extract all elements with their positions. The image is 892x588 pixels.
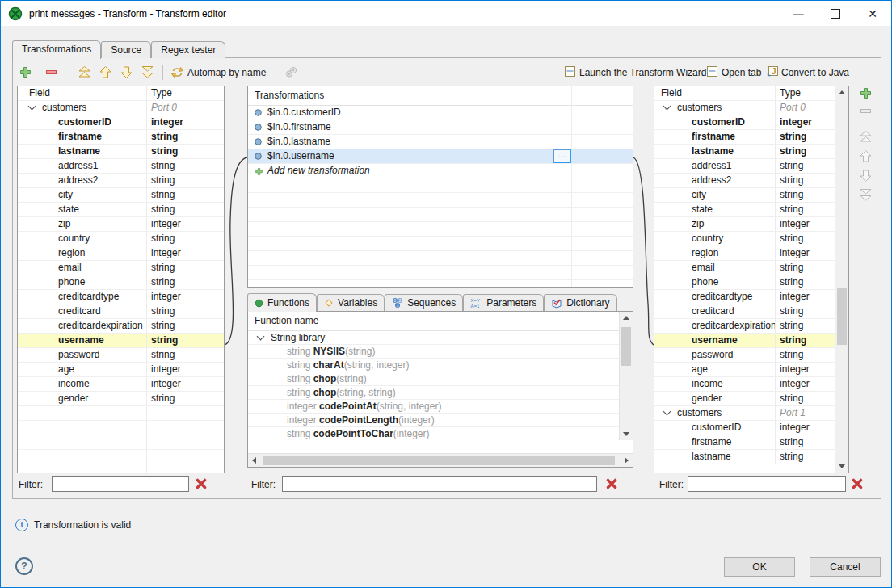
functions-filter-input[interactable] [282, 476, 597, 492]
scroll-down-arrow[interactable] [835, 460, 848, 472]
move-field-down-icon[interactable] [859, 169, 873, 183]
chevron-down-icon[interactable] [257, 333, 265, 341]
field-row[interactable]: creditcardtypeinteger [18, 290, 224, 304]
field-row[interactable]: customerIDinteger [18, 116, 224, 130]
tab-sequences[interactable]: 023 Sequences [385, 294, 463, 311]
field-row[interactable]: regioninteger [18, 246, 224, 261]
left-filter-input[interactable] [52, 476, 189, 492]
field-row[interactable]: countrystring [654, 232, 836, 246]
output-vertical-scrollbar[interactable] [835, 86, 848, 472]
field-row[interactable]: creditcardstring [654, 304, 836, 319]
field-row[interactable]: statestring [654, 203, 836, 217]
add-field-mapping-icon[interactable] [19, 65, 32, 79]
remove-output-field-icon[interactable] [859, 104, 873, 118]
transformation-row[interactable]: $in.0.lastname [248, 135, 633, 149]
functions-clear-filter-icon[interactable] [605, 477, 618, 490]
function-row[interactable]: integer codePointLength(integer) [248, 414, 620, 427]
automap-by-name-button[interactable]: Automap by name [187, 67, 266, 78]
functions-horizontal-scrollbar[interactable] [248, 453, 633, 467]
field-row[interactable]: address1string [18, 159, 224, 174]
minimize-button[interactable]: — [780, 1, 817, 26]
scroll-right-arrow[interactable] [620, 454, 633, 467]
field-row[interactable]: customerIDinteger [654, 421, 836, 435]
function-row[interactable]: string codePointToChar(integer) [248, 427, 620, 440]
cancel-button[interactable]: Cancel [810, 557, 881, 577]
scroll-thumb[interactable] [837, 288, 847, 345]
field-row[interactable]: address1string [654, 159, 836, 174]
remove-mapping-icon[interactable] [44, 65, 58, 79]
field-row[interactable]: zipinteger [18, 217, 224, 232]
field-row[interactable]: lastnamestring [654, 145, 836, 159]
field-row[interactable]: emailstring [654, 261, 836, 275]
field-row[interactable]: incomeinteger [654, 377, 836, 392]
scroll-up-arrow[interactable] [620, 312, 633, 325]
field-row[interactable]: zipinteger [654, 217, 836, 232]
ok-button[interactable]: OK [724, 557, 795, 577]
scroll-up-arrow[interactable] [835, 86, 848, 99]
function-row[interactable]: string chop(string, string) [248, 386, 620, 400]
field-row[interactable]: passwordstring [654, 348, 836, 363]
field-row[interactable]: statestring [18, 203, 224, 217]
right-clear-filter-icon[interactable] [851, 477, 864, 490]
transformation-row[interactable]: $in.0.customerID [248, 106, 633, 120]
field-row[interactable]: phonestring [654, 275, 836, 290]
chevron-down-icon[interactable] [663, 103, 671, 111]
field-group-row[interactable]: customersPort 1 [654, 406, 836, 421]
field-row[interactable]: genderstring [18, 392, 224, 406]
scroll-left-arrow[interactable] [248, 454, 261, 467]
transformation-row[interactable]: $in.0.username... [248, 149, 633, 164]
add-output-field-icon[interactable] [859, 86, 873, 100]
move-field-to-top-icon[interactable] [859, 130, 873, 144]
tab-source[interactable]: Source [101, 41, 151, 58]
field-row[interactable]: emailstring [18, 261, 224, 275]
field-row[interactable]: customerIDinteger [654, 116, 836, 130]
convert-to-java-button[interactable]: Convert to Java [781, 67, 849, 78]
scroll-down-arrow[interactable] [620, 427, 633, 440]
function-row[interactable]: integer codePointAt(string, integer) [248, 400, 620, 414]
field-row[interactable]: firstnamestring [18, 130, 224, 145]
tab-functions[interactable]: Functions [247, 293, 317, 312]
launch-transform-wizard-button[interactable]: Launch the Transform Wizard [579, 67, 706, 78]
field-group-row[interactable]: customersPort 0 [654, 101, 836, 116]
tab-regex-tester[interactable]: Regex tester [151, 41, 225, 58]
field-row[interactable]: usernamestring [18, 334, 224, 348]
field-row[interactable]: address2string [18, 174, 224, 188]
edit-transformation-button[interactable]: ... [553, 149, 570, 162]
move-field-to-bottom-icon[interactable] [859, 188, 873, 202]
field-row[interactable]: regioninteger [654, 246, 836, 261]
field-row[interactable]: countrystring [18, 232, 224, 246]
add-new-transformation-row[interactable]: Add new transformation [248, 164, 633, 178]
move-field-up-icon[interactable] [859, 149, 873, 163]
close-button[interactable]: ✕ [854, 1, 891, 26]
transformation-row[interactable]: $in.0.firstname [248, 120, 633, 135]
chevron-down-icon[interactable] [663, 408, 671, 416]
field-row[interactable]: genderstring [654, 392, 836, 406]
field-row[interactable]: ageinteger [654, 363, 836, 377]
function-row[interactable]: string NYSIIS(string) [248, 345, 620, 359]
field-group-row[interactable]: customersPort 0 [18, 101, 224, 116]
field-row[interactable]: creditcardexpirationstring [18, 319, 224, 334]
left-clear-filter-icon[interactable] [195, 477, 208, 490]
tab-variables[interactable]: Variables [317, 294, 385, 311]
field-row[interactable]: citystring [18, 188, 224, 203]
tab-parameters[interactable]: X=Y A=1 Parameters [463, 294, 544, 311]
scroll-thumb[interactable] [621, 327, 631, 366]
scroll-thumb[interactable] [263, 456, 615, 465]
tab-transformations[interactable]: Transformations [12, 40, 101, 59]
field-row[interactable]: usernamestring [654, 334, 836, 348]
field-row[interactable]: creditcardtypeinteger [654, 290, 836, 304]
right-filter-input[interactable] [688, 476, 846, 492]
function-row[interactable]: string charAt(string, integer) [248, 359, 620, 372]
field-row[interactable]: phonestring [18, 275, 224, 290]
functions-vertical-scrollbar[interactable] [619, 312, 633, 440]
field-row[interactable]: address2string [654, 174, 836, 188]
field-row[interactable]: firstnamestring [654, 435, 836, 450]
move-down-icon[interactable] [120, 65, 133, 79]
field-row[interactable]: firstnamestring [654, 130, 836, 145]
field-row[interactable]: passwordstring [18, 348, 224, 363]
chevron-down-icon[interactable] [28, 103, 36, 111]
field-row[interactable]: creditcardexpirationstring [654, 319, 836, 334]
move-up-icon[interactable] [99, 65, 112, 79]
maximize-button[interactable] [817, 1, 854, 26]
field-row[interactable]: citystring [654, 188, 836, 203]
